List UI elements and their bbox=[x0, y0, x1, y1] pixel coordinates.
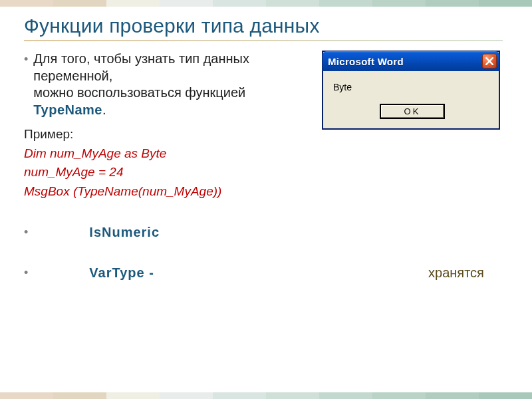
ok-button[interactable]: OK bbox=[380, 104, 444, 118]
close-icon bbox=[485, 57, 493, 65]
example-line-2: num_MyAge = 24 bbox=[24, 163, 315, 182]
example-block: Пример: Dim num_MyAge as Byte num_MyAge … bbox=[24, 125, 315, 201]
intro-text: Для того, чтобы узнать тип данных переме… bbox=[33, 51, 315, 118]
example-line-3: MsgBox (TypeName(num_MyAge)) bbox=[24, 182, 315, 201]
isnumeric-pre: Функция bbox=[33, 225, 89, 239]
store-word: хранятся bbox=[428, 265, 484, 280]
intro-period: . bbox=[102, 102, 106, 117]
intro-bullet: • Для того, чтобы узнать тип данных пере… bbox=[24, 51, 315, 118]
msgbox-window: Microsoft Word Byte OK bbox=[322, 51, 500, 130]
vartype-bullet: • Функция VarType - точное определение т… bbox=[24, 264, 508, 299]
title-underline bbox=[24, 40, 503, 41]
isnumeric-bullet: • Функция IsNumeric - проверяет, являетс… bbox=[24, 223, 508, 259]
msgbox-titlebar: Microsoft Word bbox=[323, 51, 499, 71]
intro-line1: Для того, чтобы узнать тип данных переме… bbox=[33, 51, 249, 83]
example-label: Пример: bbox=[24, 125, 315, 144]
msgbox-body-text: Byte bbox=[333, 82, 491, 92]
slide-title: Функции проверки типа данных bbox=[24, 15, 508, 37]
vartype-post-a: точное определение типа данных, которые bbox=[154, 265, 428, 280]
isnumeric-keyword: IsNumeric bbox=[89, 225, 160, 239]
msgbox-title: Microsoft Word bbox=[328, 56, 404, 67]
lower-bullets: • Функция IsNumeric - проверяет, являетс… bbox=[24, 223, 508, 299]
bullet-icon: • bbox=[24, 225, 28, 241]
bullet-icon: • bbox=[24, 52, 28, 67]
example-line-1: Dim num_MyAge as Byte bbox=[24, 144, 315, 164]
vartype-pre: Функция bbox=[33, 265, 89, 280]
typename-keyword: TypeName bbox=[33, 102, 102, 117]
intro-line2a: можно воспользоваться функцией bbox=[33, 85, 245, 100]
vartype-keyword: VarType - bbox=[89, 265, 154, 280]
bullet-icon: • bbox=[24, 265, 28, 281]
close-button[interactable] bbox=[482, 54, 497, 68]
